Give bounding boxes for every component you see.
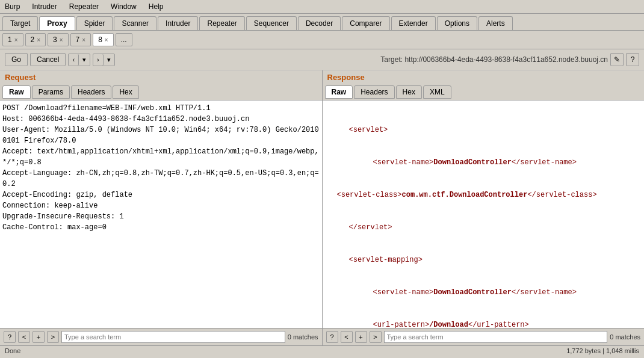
response-line-2: <servlet-name>DownloadController</servle… — [325, 157, 642, 168]
response-tab-headers[interactable]: Headers — [354, 85, 394, 99]
menu-repeater[interactable]: Repeater — [67, 1, 101, 12]
num-tab-8-close[interactable]: × — [105, 37, 108, 43]
response-line-3: <servlet-class>com.wm.ctf.DownloadContro… — [325, 190, 642, 200]
request-tab-params[interactable]: Params — [32, 85, 70, 99]
menu-help[interactable]: Help — [146, 1, 166, 12]
num-tab-more[interactable]: ... — [116, 33, 132, 46]
num-tab-8[interactable]: 8 × — [93, 33, 114, 46]
response-line-1: <servlet> — [325, 125, 642, 135]
request-search-bar: ? < + > 0 matches — [0, 328, 322, 345]
response-search-input[interactable] — [384, 331, 608, 343]
menu-bar: Burp Intruder Repeater Window Help — [0, 0, 644, 14]
response-match-label: 0 matches — [610, 333, 640, 341]
toolbar-right: Target: http://006366b4-4eda-4493-8638-f… — [380, 53, 639, 66]
tab-decoder[interactable]: Decoder — [298, 16, 341, 30]
status-right: 1,772 bytes | 1,048 millis — [566, 347, 639, 354]
response-tabs: Raw Headers Hex XML — [323, 84, 645, 100]
num-tab-2-close[interactable]: × — [37, 37, 40, 43]
response-line-7: <url-pattern>/Download</url-pattern> — [325, 319, 642, 328]
response-search-next[interactable]: > — [370, 331, 382, 343]
back-dropdown-button[interactable]: ▾ — [79, 54, 90, 66]
num-tab-2[interactable]: 2 × — [25, 33, 46, 46]
num-tab-1-label: 1 — [8, 35, 12, 44]
menu-intruder[interactable]: Intruder — [29, 1, 59, 12]
request-search-add[interactable]: + — [33, 331, 45, 343]
response-panel: Response Raw Headers Hex XML <servlet> <… — [323, 70, 645, 345]
response-line-6: <servlet-name>DownloadController</servle… — [325, 287, 642, 298]
num-tab-1-close[interactable]: × — [14, 37, 18, 43]
tab-intruder[interactable]: Intruder — [158, 16, 198, 30]
response-search-bar: ? < + > 0 matches — [323, 328, 645, 345]
response-search-prev[interactable]: < — [341, 331, 353, 343]
request-tabs: Raw Params Headers Hex — [0, 84, 322, 100]
request-search-prev[interactable]: < — [18, 331, 30, 343]
response-code-area: <servlet> <servlet-name>DownloadControll… — [323, 100, 645, 328]
forward-nav-group: › ▾ — [93, 54, 115, 66]
tab-sequencer[interactable]: Sequencer — [246, 16, 297, 30]
target-label: Target: http://006366b4-4eda-4493-8638-f… — [380, 55, 608, 64]
request-panel: Request Raw Params Headers Hex POST /Dow… — [0, 70, 323, 345]
tab-proxy[interactable]: Proxy — [39, 16, 75, 30]
tab-options[interactable]: Options — [437, 16, 477, 30]
num-tab-7-label: 7 — [76, 35, 80, 44]
forward-dropdown-button[interactable]: ▾ — [104, 54, 114, 66]
num-tab-3-close[interactable]: × — [60, 37, 63, 43]
go-button[interactable]: Go — [5, 53, 28, 66]
menu-burp[interactable]: Burp — [2, 1, 22, 12]
num-tab-2-label: 2 — [31, 35, 35, 44]
toolbar-left: Go Cancel ‹ ▾ › ▾ — [5, 53, 115, 66]
response-tab-xml[interactable]: XML — [423, 85, 451, 99]
num-tab-3[interactable]: 3 × — [48, 33, 69, 46]
status-left: Done — [5, 347, 20, 354]
request-tab-raw[interactable]: Raw — [2, 85, 31, 99]
response-panel-content: <servlet> <servlet-name>DownloadControll… — [323, 100, 645, 328]
request-tab-hex[interactable]: Hex — [113, 85, 138, 99]
request-search-help[interactable]: ? — [4, 331, 16, 343]
request-tab-headers[interactable]: Headers — [71, 85, 111, 99]
response-tab-raw[interactable]: Raw — [325, 85, 353, 99]
menu-window[interactable]: Window — [108, 1, 139, 12]
tab-target[interactable]: Target — [2, 16, 38, 30]
request-code-area[interactable]: POST /Download?filename=WEB-INF/web.xml … — [0, 100, 322, 328]
num-tab-7[interactable]: 7 × — [70, 33, 91, 46]
num-tab-1[interactable]: 1 × — [2, 33, 23, 46]
tab-alerts[interactable]: Alerts — [478, 16, 513, 30]
request-match-label: 0 matches — [288, 333, 318, 341]
request-panel-content: POST /Download?filename=WEB-INF/web.xml … — [0, 100, 322, 328]
num-tab-3-label: 3 — [53, 35, 57, 44]
num-tab-bar: 1 × 2 × 3 × 7 × 8 × ... — [0, 31, 644, 49]
edit-icon-button[interactable]: ✎ — [610, 53, 624, 66]
response-line-5: <servlet-mapping> — [325, 255, 642, 265]
cancel-button[interactable]: Cancel — [30, 53, 66, 66]
top-tab-bar: Target Proxy Spider Scanner Intruder Rep… — [0, 14, 644, 31]
response-search-help[interactable]: ? — [326, 331, 338, 343]
tab-repeater[interactable]: Repeater — [199, 16, 244, 30]
request-search-next[interactable]: > — [47, 331, 59, 343]
forward-button[interactable]: › — [93, 54, 104, 66]
tab-scanner[interactable]: Scanner — [114, 16, 156, 30]
num-tab-7-close[interactable]: × — [82, 37, 85, 43]
back-nav-group: ‹ ▾ — [68, 54, 90, 66]
response-search-add[interactable]: + — [355, 331, 367, 343]
response-tab-hex[interactable]: Hex — [396, 85, 422, 99]
status-bar: Done 1,772 bytes | 1,048 millis — [0, 345, 644, 356]
tab-comparer[interactable]: Comparer — [342, 16, 389, 30]
help-icon-button[interactable]: ? — [626, 53, 639, 66]
tab-extender[interactable]: Extender — [391, 16, 436, 30]
request-panel-title: Request — [0, 70, 322, 84]
main-content: Request Raw Params Headers Hex POST /Dow… — [0, 70, 644, 345]
response-panel-title: Response — [323, 70, 645, 84]
back-button[interactable]: ‹ — [69, 54, 79, 66]
request-search-input[interactable] — [61, 331, 285, 343]
tab-spider[interactable]: Spider — [76, 16, 113, 30]
response-line-4: </servlet> — [325, 222, 642, 233]
num-tab-8-label: 8 — [98, 35, 102, 44]
toolbar: Go Cancel ‹ ▾ › ▾ Target: http://006366b… — [0, 49, 644, 70]
